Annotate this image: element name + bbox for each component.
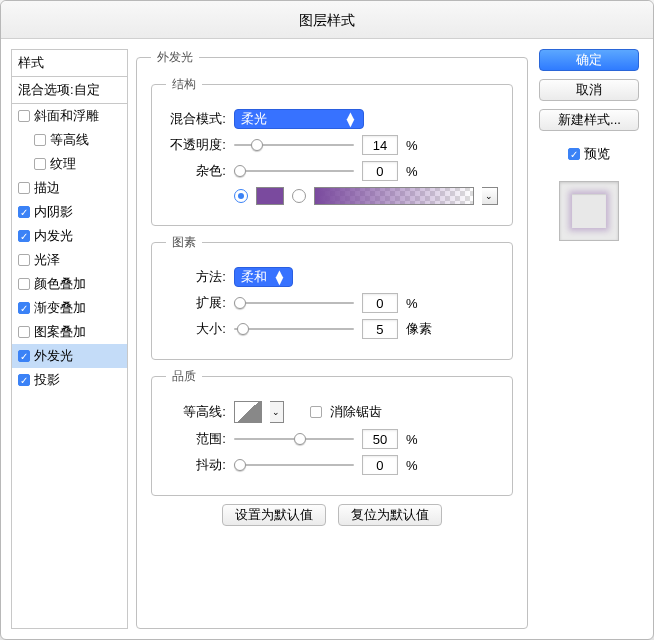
color-swatch[interactable] [256,187,284,205]
elements-group: 图素 方法: 柔和 ▲▼ 扩展: % [151,234,513,360]
spread-input[interactable] [362,293,398,313]
sidebar-item-checkbox[interactable]: ✓ [18,230,30,242]
spread-unit: % [406,296,436,311]
sidebar-item-8[interactable]: ✓渐变叠加 [12,296,127,320]
jitter-slider[interactable] [234,458,354,472]
sidebar-item-checkbox[interactable]: ✓ [18,350,30,362]
sidebar-item-10[interactable]: ✓外发光 [12,344,127,368]
sidebar-item-label: 光泽 [34,251,60,269]
sidebar-blend-options[interactable]: 混合选项:自定 [12,77,127,104]
technique-select[interactable]: 柔和 ▲▼ [234,267,293,287]
sidebar-item-checkbox[interactable] [18,326,30,338]
jitter-label: 抖动: [166,456,226,474]
range-label: 范围: [166,430,226,448]
outer-glow-group: 外发光 结构 混合模式: 柔光 ▲▼ 不透明度: [136,49,528,629]
sidebar-item-label: 纹理 [50,155,76,173]
opacity-slider[interactable] [234,138,354,152]
sidebar-header[interactable]: 样式 [12,50,127,77]
opacity-input[interactable] [362,135,398,155]
sidebar-item-label: 外发光 [34,347,73,365]
opacity-unit: % [406,138,436,153]
blendmode-select[interactable]: 柔光 ▲▼ [234,109,364,129]
size-unit: 像素 [406,320,436,338]
noise-unit: % [406,164,436,179]
quality-group: 品质 等高线: ⌄ 消除锯齿 范围: % [151,368,513,496]
gradient-radio[interactable] [292,189,306,203]
sidebar-item-checkbox[interactable] [18,110,30,122]
gradient-dropdown[interactable]: ⌄ [482,187,498,205]
reset-default-button[interactable]: 复位为默认值 [338,504,442,526]
sidebar-item-label: 颜色叠加 [34,275,86,293]
contour-dropdown[interactable]: ⌄ [270,401,284,423]
antialias-label: 消除锯齿 [330,403,382,421]
range-unit: % [406,432,436,447]
sidebar-item-label: 内阴影 [34,203,73,221]
noise-input[interactable] [362,161,398,181]
noise-slider[interactable] [234,164,354,178]
sidebar-item-7[interactable]: 颜色叠加 [12,272,127,296]
preview-box [559,181,619,241]
window-title: 图层样式 [1,1,653,39]
preview-label: 预览 [584,145,610,163]
sidebar-item-1[interactable]: 等高线 [12,128,127,152]
contour-swatch[interactable] [234,401,262,423]
size-label: 大小: [166,320,226,338]
chevron-updown-icon: ▲▼ [273,270,286,284]
sidebar-item-checkbox[interactable] [18,182,30,194]
sidebar-item-label: 图案叠加 [34,323,86,341]
spread-slider[interactable] [234,296,354,310]
preview-thumbnail [572,194,606,228]
set-default-button[interactable]: 设置为默认值 [222,504,326,526]
sidebar-item-4[interactable]: ✓内阴影 [12,200,127,224]
sidebar-item-label: 内发光 [34,227,73,245]
color-radio[interactable] [234,189,248,203]
sidebar-item-label: 描边 [34,179,60,197]
quality-legend: 品质 [166,368,202,385]
noise-label: 杂色: [166,162,226,180]
opacity-label: 不透明度: [166,136,226,154]
sidebar-item-5[interactable]: ✓内发光 [12,224,127,248]
jitter-unit: % [406,458,436,473]
sidebar-item-0[interactable]: 斜面和浮雕 [12,104,127,128]
main-panel: 外发光 结构 混合模式: 柔光 ▲▼ 不透明度: [136,49,528,629]
sidebar-item-label: 投影 [34,371,60,389]
new-style-button[interactable]: 新建样式... [539,109,639,131]
elements-legend: 图素 [166,234,202,251]
cancel-button[interactable]: 取消 [539,79,639,101]
sidebar-item-checkbox[interactable] [18,254,30,266]
ok-button[interactable]: 确定 [539,49,639,71]
right-column: 确定 取消 新建样式... ✓ 预览 [536,49,643,629]
sidebar-item-checkbox[interactable]: ✓ [18,302,30,314]
layer-style-dialog: 图层样式 样式 混合选项:自定 斜面和浮雕等高线纹理描边✓内阴影✓内发光光泽颜色… [0,0,654,640]
sidebar-item-label: 等高线 [50,131,89,149]
range-slider[interactable] [234,432,354,446]
size-slider[interactable] [234,322,354,336]
contour-label: 等高线: [166,403,226,421]
size-input[interactable] [362,319,398,339]
blendmode-label: 混合模式: [166,110,226,128]
sidebar-item-11[interactable]: ✓投影 [12,368,127,392]
antialias-checkbox[interactable] [310,406,322,418]
structure-legend: 结构 [166,76,202,93]
sidebar-item-checkbox[interactable] [18,278,30,290]
preview-checkbox[interactable]: ✓ [568,148,580,160]
sidebar-item-checkbox[interactable] [34,134,46,146]
sidebar-item-checkbox[interactable]: ✓ [18,374,30,386]
outer-glow-legend: 外发光 [151,49,199,66]
range-input[interactable] [362,429,398,449]
structure-group: 结构 混合模式: 柔光 ▲▼ 不透明度: % [151,76,513,226]
style-sidebar: 样式 混合选项:自定 斜面和浮雕等高线纹理描边✓内阴影✓内发光光泽颜色叠加✓渐变… [11,49,128,629]
sidebar-item-6[interactable]: 光泽 [12,248,127,272]
chevron-updown-icon: ▲▼ [344,112,357,126]
sidebar-item-checkbox[interactable] [34,158,46,170]
sidebar-item-9[interactable]: 图案叠加 [12,320,127,344]
sidebar-item-label: 渐变叠加 [34,299,86,317]
gradient-preview[interactable] [314,187,474,205]
sidebar-item-2[interactable]: 纹理 [12,152,127,176]
technique-label: 方法: [166,268,226,286]
sidebar-item-label: 斜面和浮雕 [34,107,99,125]
sidebar-item-3[interactable]: 描边 [12,176,127,200]
spread-label: 扩展: [166,294,226,312]
sidebar-item-checkbox[interactable]: ✓ [18,206,30,218]
jitter-input[interactable] [362,455,398,475]
